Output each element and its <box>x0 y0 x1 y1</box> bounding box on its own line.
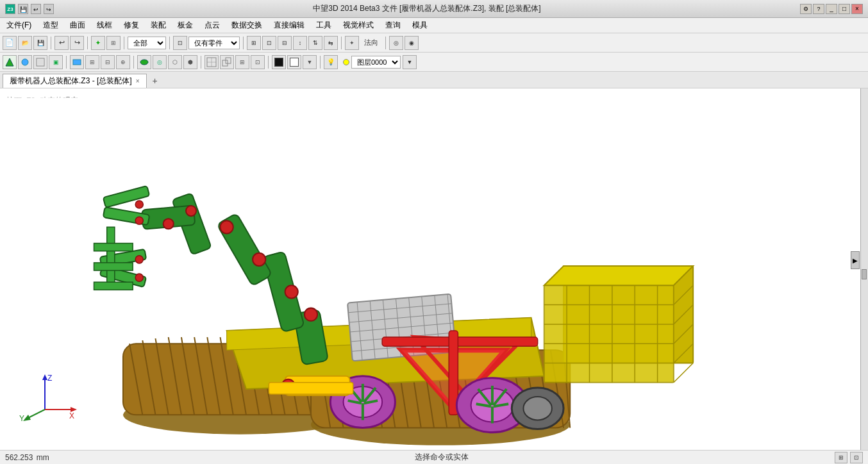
help-btn[interactable]: ? <box>813 4 824 14</box>
status-right: ⊞ ⊡ <box>835 452 863 463</box>
select-btn[interactable]: ✦ <box>91 36 105 50</box>
open-btn[interactable]: 📂 <box>18 36 32 50</box>
menu-surface[interactable]: 曲面 <box>65 19 90 32</box>
layer-combo[interactable]: 图层0000 <box>351 56 401 69</box>
normal-icon[interactable]: ✦ <box>345 36 359 50</box>
titlebar: Z3 💾 ↩ ↪ 中望3D 2014 Beta3 文件 [履带机器人总装配体.Z… <box>0 0 868 18</box>
layer-dropdown-btn[interactable]: ▼ <box>403 55 417 69</box>
tool2[interactable]: ⊡ <box>262 36 276 50</box>
save-btn[interactable]: 💾 <box>33 36 47 50</box>
svg-rect-3 <box>38 60 43 65</box>
right-scrollbar[interactable] <box>860 88 868 450</box>
menu-visualstyle[interactable]: 视觉样式 <box>338 19 379 32</box>
tab-close-btn[interactable]: × <box>136 78 140 85</box>
select2-btn[interactable]: ⊞ <box>106 36 121 50</box>
tab-label: 履带机器人总装配体.Z3 - [总装配体] <box>10 76 132 87</box>
shape-icon4[interactable]: ▣ <box>49 55 63 69</box>
tool4[interactable]: ↕ <box>293 36 307 50</box>
menu-repair[interactable]: 修复 <box>119 19 144 32</box>
menu-file[interactable]: 文件(F) <box>1 19 37 32</box>
viewport[interactable]: 按下<F2>动态的观察 <F8>或者<Shift-roll> 查找下一个有效的过… <box>0 88 868 450</box>
shape-icon2[interactable] <box>18 55 32 69</box>
view-icon4[interactable]: ⊡ <box>251 55 265 69</box>
sep-t2-1 <box>66 56 67 69</box>
filter-all-combo[interactable]: 全部 <box>128 37 166 49</box>
close-btn[interactable]: × <box>851 4 863 14</box>
tool1[interactable]: ⊞ <box>247 36 261 50</box>
shape-icon6[interactable]: ⊞ <box>85 55 99 69</box>
tool8[interactable]: ◉ <box>405 36 419 50</box>
quick-access-undo[interactable]: ↩ <box>31 4 41 14</box>
quick-access-redo[interactable]: ↪ <box>44 4 54 14</box>
scrollbar-thumb[interactable] <box>862 269 867 279</box>
tab-main[interactable]: 履带机器人总装配体.Z3 - [总装配体] × <box>3 74 147 88</box>
command-prompt: 选择命令或实体 <box>49 452 835 463</box>
shape-icon1[interactable] <box>3 55 17 69</box>
app-icon: Z3 <box>5 4 15 14</box>
shape-icon7[interactable]: ⊟ <box>101 55 115 69</box>
undo-btn[interactable]: ↩ <box>54 36 69 50</box>
sep4 <box>169 37 170 49</box>
svg-marker-138 <box>42 374 47 380</box>
light-icon[interactable]: 💡 <box>324 55 338 69</box>
shape-icon5[interactable] <box>70 55 84 69</box>
sep-t2-2 <box>133 56 134 69</box>
svg-rect-89 <box>94 244 133 251</box>
menu-query[interactable]: 查询 <box>380 19 406 32</box>
new-btn[interactable]: 📄 <box>3 36 17 50</box>
sep7 <box>385 37 386 49</box>
tool3[interactable]: ⊟ <box>278 36 292 50</box>
tab-add-btn[interactable]: + <box>148 74 162 88</box>
settings-btn[interactable]: ⚙ <box>800 4 812 14</box>
svg-point-81 <box>221 220 233 233</box>
svg-point-82 <box>186 206 196 216</box>
tool5[interactable]: ⇅ <box>308 36 322 50</box>
svg-point-5 <box>140 60 148 65</box>
shape-icon3[interactable] <box>33 55 47 69</box>
tabbar: 履带机器人总装配体.Z3 - [总装配体] × + <box>0 72 868 88</box>
menu-sheetmetal[interactable]: 板金 <box>172 19 198 32</box>
expand-panel-btn[interactable]: ▶ <box>851 251 860 269</box>
filter-icon[interactable]: ⊡ <box>173 36 187 50</box>
command-text: 选择命令或实体 <box>415 452 469 461</box>
color-more[interactable]: ▼ <box>303 55 317 69</box>
menu-directedit[interactable]: 直接编辑 <box>269 19 310 32</box>
shape-icon10[interactable]: ◎ <box>153 55 167 69</box>
redo-btn[interactable]: ↪ <box>70 36 84 50</box>
color-white[interactable] <box>287 55 301 69</box>
3d-model-svg <box>0 88 868 450</box>
statusbar-icon2[interactable]: ⊡ <box>850 452 863 463</box>
3d-model-area[interactable] <box>0 88 868 450</box>
color-black[interactable] <box>272 55 286 69</box>
shape-icon8[interactable]: ⊕ <box>116 55 130 69</box>
sep-t2-3 <box>201 56 201 69</box>
quick-access-save[interactable]: 💾 <box>18 4 28 14</box>
shape-icon9[interactable] <box>137 55 151 69</box>
view-icon2[interactable] <box>220 55 234 69</box>
shape-icon11[interactable]: ⬡ <box>168 55 182 69</box>
view-icon1[interactable] <box>204 55 219 69</box>
svg-rect-90 <box>94 263 133 270</box>
maximize-btn[interactable]: □ <box>839 4 850 14</box>
window-controls[interactable]: ⚙ ? _ □ × <box>800 4 863 14</box>
tool7[interactable]: ◎ <box>389 36 403 50</box>
filter-parts-combo[interactable]: 仅有零件 <box>188 37 240 49</box>
menu-dataexchange[interactable]: 数据交换 <box>226 19 267 32</box>
menu-tools[interactable]: 工具 <box>311 19 337 32</box>
sep3 <box>124 37 124 49</box>
statusbar-icon1[interactable]: ⊞ <box>835 452 847 463</box>
layer-circle-icon <box>343 59 349 65</box>
view-icon3[interactable]: ⊞ <box>235 55 249 69</box>
toolbar1: 📄 📂 💾 ↩ ↪ ✦ ⊞ 全部 ⊡ 仅有零件 ⊞ ⊡ ⊟ ↕ ⇅ ⇆ ✦ 法向… <box>0 33 868 53</box>
menu-wireframe[interactable]: 线框 <box>92 19 117 32</box>
tool6[interactable]: ⇆ <box>324 36 338 50</box>
svg-rect-95 <box>382 337 538 346</box>
menubar: 文件(F) 造型 曲面 线框 修复 装配 板金 点云 数据交换 直接编辑 工具 … <box>0 18 868 33</box>
menu-mold[interactable]: 模具 <box>407 19 433 32</box>
menu-modeling[interactable]: 造型 <box>38 19 63 32</box>
menu-assembly[interactable]: 装配 <box>146 19 171 32</box>
menu-pointcloud[interactable]: 点云 <box>199 19 225 32</box>
shape-icon12[interactable]: ⬢ <box>183 55 197 69</box>
minimize-btn[interactable]: _ <box>826 4 837 14</box>
svg-rect-4 <box>73 60 81 65</box>
